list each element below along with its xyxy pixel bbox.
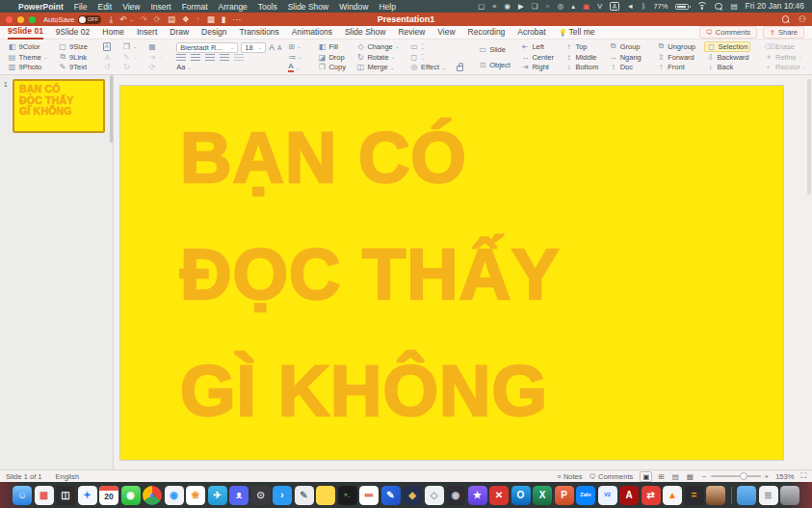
forward-button[interactable]: ⇧Forward: [655, 52, 697, 63]
dock-excel[interactable]: X: [533, 486, 552, 505]
tab-design[interactable]: Design: [201, 26, 226, 39]
menu-slide-show[interactable]: Slide Show: [288, 2, 329, 12]
dock-trash[interactable]: [780, 486, 799, 505]
language-indicator[interactable]: English: [56, 472, 80, 481]
canvas-scrollbar[interactable]: [807, 79, 811, 195]
save-icon[interactable]: ⤓: [110, 14, 114, 25]
stepper-icons[interactable]: ⌃⌄: [421, 54, 424, 61]
tab-view[interactable]: View: [437, 26, 455, 39]
meet-camera-icon[interactable]: ◉: [505, 0, 511, 13]
input-source-icon[interactable]: A: [610, 2, 618, 11]
spotlight-icon[interactable]: [715, 3, 722, 11]
menu-powerpoint[interactable]: PowerPoint: [18, 2, 64, 12]
minimize-button[interactable]: [17, 16, 24, 23]
keyboard-icon[interactable]: ▤: [730, 0, 737, 13]
dock-downloads-folder[interactable]: [737, 486, 756, 505]
present-icon[interactable]: ▮: [222, 14, 226, 24]
battery-icon[interactable]: [675, 4, 689, 10]
dock-outlook[interactable]: O: [511, 486, 531, 505]
dock-powerpoint[interactable]: P: [555, 486, 574, 505]
menu-view[interactable]: View: [122, 2, 140, 12]
slideshow-button[interactable]: ▦: [685, 472, 695, 481]
front-button[interactable]: ↑Front: [655, 62, 697, 72]
ribbon-icon-button[interactable]: ⟳: [146, 62, 166, 72]
title-bar[interactable]: Presentation1 AutoSave OFF ⤓↶⌄↷⟳▤❖↑▦▮⋯ ⚇: [0, 13, 812, 26]
slide-sorter-view-button[interactable]: ⊞: [656, 472, 666, 481]
zoom-in-button[interactable]: +: [765, 472, 770, 481]
font-name-select[interactable]: Bierstadt R...⌄: [176, 42, 238, 53]
ribbon-icon-button[interactable]: ✎⌄: [120, 52, 140, 63]
slide[interactable]: BẠN CÓĐỌC THẤYGÌ KHÔNG: [119, 85, 784, 461]
rewind-icon[interactable]: «: [492, 0, 496, 13]
change-button[interactable]: ◇Change⌄: [354, 41, 401, 52]
autosave-switch[interactable]: OFF: [78, 15, 101, 24]
align-center-button[interactable]: [191, 54, 200, 61]
tab-draw[interactable]: Draw: [170, 26, 189, 39]
9color-button[interactable]: ◧9Color: [6, 41, 50, 52]
ungroup-button[interactable]: ⧉Ungroup: [655, 41, 697, 52]
tab-recording[interactable]: Recording: [468, 26, 506, 39]
bluetooth-icon[interactable]: ᛒ: [642, 0, 646, 13]
dock-preview[interactable]: ✎: [295, 486, 314, 505]
close-button[interactable]: [6, 16, 13, 23]
menu-arrange[interactable]: Arrange: [219, 2, 248, 12]
reading-view-button[interactable]: ▤: [670, 472, 681, 481]
dock-calendar[interactable]: 20: [99, 486, 118, 505]
dock-vscode[interactable]: ›: [273, 486, 292, 505]
columns-button[interactable]: [234, 54, 244, 61]
dock-vlc[interactable]: ▲: [663, 486, 682, 505]
grow-font-button[interactable]: A: [269, 42, 275, 52]
top-button[interactable]: ↑Top: [563, 41, 600, 52]
skip-forward-icon[interactable]: »: [546, 0, 550, 13]
dock-calculator[interactable]: =: [685, 486, 704, 505]
tab-home[interactable]: Home: [102, 26, 124, 39]
theme-button[interactable]: ▤Theme⌄: [6, 52, 50, 63]
ngang-button[interactable]: ↔Ngang: [607, 52, 643, 63]
menu-help[interactable]: Help: [379, 2, 395, 12]
upload-icon[interactable]: ↑: [196, 14, 200, 24]
dock-telegram[interactable]: ✈: [208, 486, 227, 505]
volume-icon[interactable]: ◄: [627, 0, 634, 13]
menu-insert[interactable]: Insert: [150, 2, 170, 12]
dock-v2-app[interactable]: V2: [598, 486, 617, 505]
dock-photos[interactable]: ❀: [186, 486, 205, 505]
merge-button[interactable]: ◫Merge⌄: [354, 62, 401, 72]
ribbon-icon-button[interactable]: A: [101, 41, 114, 52]
align-right-button[interactable]: [205, 54, 215, 61]
format-painter-icon[interactable]: ❖: [182, 14, 190, 24]
tab-9slide-01[interactable]: 9Slide 01: [8, 25, 43, 40]
ribbon-icon-button[interactable]: A: [101, 52, 114, 63]
dock-messages[interactable]: ◉: [121, 486, 141, 505]
undo-icon[interactable]: ↶: [119, 14, 126, 24]
dock-face-app[interactable]: ◉: [446, 486, 465, 505]
comments-button[interactable]: 🗨 Comments: [699, 26, 757, 39]
9photo-button[interactable]: ▥9Photo: [6, 62, 50, 72]
table-icon[interactable]: ▦: [207, 14, 215, 24]
share-button[interactable]: ⇪ Share: [763, 26, 804, 39]
font-color-button[interactable]: A⌄: [286, 62, 304, 72]
dock-star-app[interactable]: ★: [468, 486, 487, 505]
font-size-select[interactable]: 18⌄: [241, 42, 266, 53]
zoom-button[interactable]: [29, 16, 36, 23]
9link-button[interactable]: ⧉9Link: [57, 52, 90, 63]
dock-cube-app[interactable]: ◇: [425, 486, 444, 505]
list-button[interactable]: ≔⌄: [286, 52, 304, 63]
group-button[interactable]: ⧉Group: [607, 41, 643, 52]
print-icon[interactable]: ▤: [168, 14, 175, 24]
panel-scrollbar[interactable]: [110, 75, 113, 143]
zoom-percent[interactable]: 153%: [775, 472, 794, 481]
comments-toggle-button[interactable]: 🗨 Comments: [589, 472, 634, 481]
borders-button[interactable]: ⊞⌄: [286, 41, 304, 52]
justify-button[interactable]: [220, 54, 229, 61]
effect-button[interactable]: ◎Effect⌄: [407, 62, 447, 72]
change-case-button[interactable]: Aa ⌄: [176, 63, 191, 71]
menu-bar-clock[interactable]: Fri 20 Jan 10:46: [746, 0, 804, 13]
selection-button[interactable]: ◻Selection: [704, 41, 750, 52]
back-button[interactable]: ↓Back: [704, 63, 750, 73]
zoom-out-button[interactable]: −: [702, 472, 707, 481]
dock-window-manager[interactable]: ◫: [56, 486, 75, 505]
ribbon-icon-button[interactable]: ↺: [101, 62, 114, 72]
backward-button[interactable]: ⇩Backward: [704, 52, 750, 63]
object-button[interactable]: ⊡Object: [477, 60, 512, 70]
dock-documents[interactable]: ≣: [759, 486, 778, 505]
